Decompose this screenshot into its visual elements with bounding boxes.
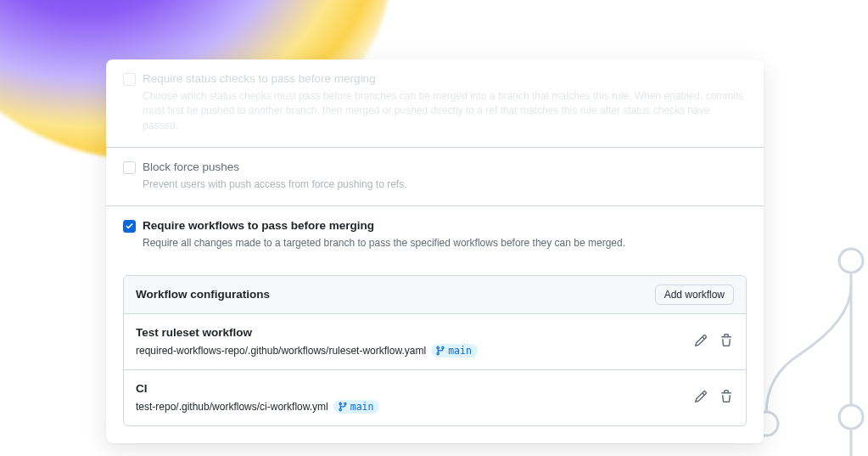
status-checks-checkbox[interactable] bbox=[123, 73, 136, 86]
rule-require-workflows: Require workflows to pass before merging… bbox=[106, 205, 764, 264]
workflow-item: CI test-repo/.github/workflows/ci-workfl… bbox=[124, 369, 746, 425]
branch-pill[interactable]: main bbox=[333, 400, 380, 414]
svg-point-2 bbox=[839, 405, 863, 429]
rule-description: Prevent users with push access from forc… bbox=[143, 177, 747, 192]
rule-title: Require status checks to pass before mer… bbox=[143, 71, 747, 87]
workflow-path: required-workflows-repo/.github/workflow… bbox=[136, 345, 426, 357]
branch-name: main bbox=[350, 401, 374, 413]
delete-workflow-button[interactable] bbox=[719, 333, 734, 348]
git-branch-icon bbox=[435, 346, 445, 356]
configurations-heading: Workflow configurations bbox=[136, 288, 270, 301]
checkmark-icon bbox=[125, 222, 134, 231]
delete-workflow-button[interactable] bbox=[719, 389, 734, 404]
workflow-name: Test ruleset workflow bbox=[136, 326, 693, 339]
rule-description: Require all changes made to a targeted b… bbox=[143, 236, 747, 251]
rules-panel: Require status checks to pass before mer… bbox=[106, 59, 764, 443]
require-workflows-checkbox[interactable] bbox=[123, 220, 136, 233]
workflow-configurations-box: Workflow configurations Add workflow Tes… bbox=[123, 275, 747, 426]
pencil-icon bbox=[694, 390, 708, 403]
rule-description: Choose which status checks must pass bef… bbox=[143, 89, 747, 133]
workflow-name: CI bbox=[136, 382, 693, 395]
rule-status-checks: Require status checks to pass before mer… bbox=[106, 59, 764, 147]
edit-workflow-button[interactable] bbox=[693, 333, 708, 348]
pencil-icon bbox=[694, 334, 708, 347]
svg-point-0 bbox=[839, 249, 863, 273]
block-force-checkbox[interactable] bbox=[123, 161, 136, 174]
git-branch-icon bbox=[338, 402, 348, 412]
branch-pill[interactable]: main bbox=[431, 344, 478, 357]
trash-icon bbox=[720, 334, 733, 347]
workflow-configurations-header: Workflow configurations Add workflow bbox=[124, 276, 746, 314]
rule-title: Block force pushes bbox=[143, 160, 747, 176]
trash-icon bbox=[720, 390, 733, 403]
rule-block-force-pushes: Block force pushes Prevent users with pu… bbox=[106, 147, 764, 205]
workflow-item: Test ruleset workflow required-workflows… bbox=[124, 314, 746, 369]
workflow-path: test-repo/.github/workflows/ci-workflow.… bbox=[136, 401, 328, 413]
branch-name: main bbox=[448, 345, 472, 357]
add-workflow-button[interactable]: Add workflow bbox=[655, 284, 734, 305]
edit-workflow-button[interactable] bbox=[693, 389, 708, 404]
rule-title: Require workflows to pass before merging bbox=[143, 218, 747, 234]
